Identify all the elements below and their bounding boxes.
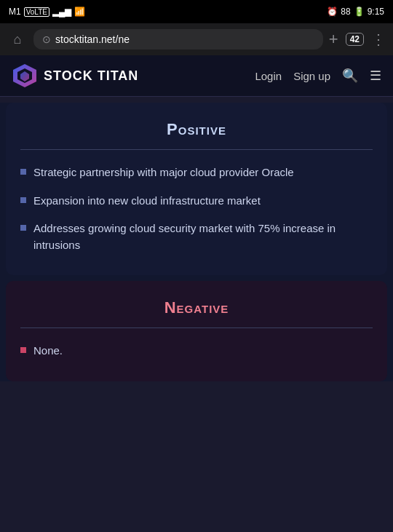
bullet-neg-icon — [20, 347, 26, 353]
list-item: Strategic partnership with major cloud p… — [20, 164, 373, 181]
url-text: stocktitan.net/ne — [55, 33, 130, 45]
bullet-icon — [20, 225, 26, 231]
positive-title: Positive — [20, 120, 373, 139]
home-icon: ⌂ — [14, 32, 22, 47]
main-content: Positive Strategic partnership with majo… — [0, 103, 393, 381]
wifi-icon: 📶 — [74, 7, 85, 17]
signal-bars: ▂▄▆ — [52, 7, 72, 17]
site-header: STOCK TITAN Login Sign up 🔍 ☰ — [0, 55, 393, 97]
positive-divider — [20, 149, 373, 150]
battery-icon: 🔋 — [354, 7, 365, 17]
time-label: 9:15 — [368, 7, 384, 17]
status-right: ⏰ 88 🔋 9:15 — [327, 7, 384, 17]
negative-section: Negative None. — [6, 281, 387, 381]
bullet-icon — [20, 169, 26, 175]
negative-title: Negative — [20, 298, 373, 317]
tab-count[interactable]: 42 — [346, 33, 364, 46]
list-item: None. — [20, 343, 373, 360]
site-icon: ⊙ — [42, 33, 51, 45]
positive-section: Positive Strategic partnership with majo… — [6, 103, 387, 275]
browser-bar: ⌂ ⊙ stocktitan.net/ne + 42 ⋮ — [0, 23, 393, 55]
logo-area: STOCK TITAN — [12, 63, 255, 89]
positive-item-1: Strategic partnership with major cloud p… — [33, 164, 294, 181]
nav-links: Login Sign up 🔍 ☰ — [255, 68, 381, 84]
negative-item-1: None. — [33, 343, 63, 360]
positive-item-3: Addresses growing cloud security market … — [33, 221, 373, 253]
list-item: Expansion into new cloud infrastructure … — [20, 193, 373, 210]
status-left: M1 VoLTE ▂▄▆ 📶 — [9, 7, 85, 17]
positive-list: Strategic partnership with major cloud p… — [20, 164, 373, 253]
negative-divider — [20, 327, 373, 328]
login-link[interactable]: Login — [255, 70, 282, 82]
browser-menu-button[interactable]: ⋮ — [371, 31, 386, 48]
logo-text: STOCK TITAN — [44, 68, 138, 84]
url-bar[interactable]: ⊙ stocktitan.net/ne — [33, 29, 323, 49]
list-item: Addresses growing cloud security market … — [20, 221, 373, 253]
positive-item-2: Expansion into new cloud infrastructure … — [33, 193, 261, 210]
volte-badge: VoLTE — [24, 7, 49, 17]
search-icon[interactable]: 🔍 — [342, 68, 358, 84]
status-bar: M1 VoLTE ▂▄▆ 📶 ⏰ 88 🔋 9:15 — [0, 0, 393, 23]
browser-actions: + 42 ⋮ — [329, 30, 386, 49]
bullet-icon — [20, 197, 26, 203]
signup-link[interactable]: Sign up — [293, 70, 330, 82]
new-tab-button[interactable]: + — [329, 30, 338, 49]
alarm-icon: ⏰ — [327, 7, 338, 17]
carrier-label: M1 — [9, 7, 21, 17]
menu-icon[interactable]: ☰ — [370, 68, 381, 84]
negative-list: None. — [20, 343, 373, 360]
home-button[interactable]: ⌂ — [7, 29, 28, 49]
battery-label: 88 — [341, 7, 350, 17]
logo-icon — [12, 63, 38, 89]
